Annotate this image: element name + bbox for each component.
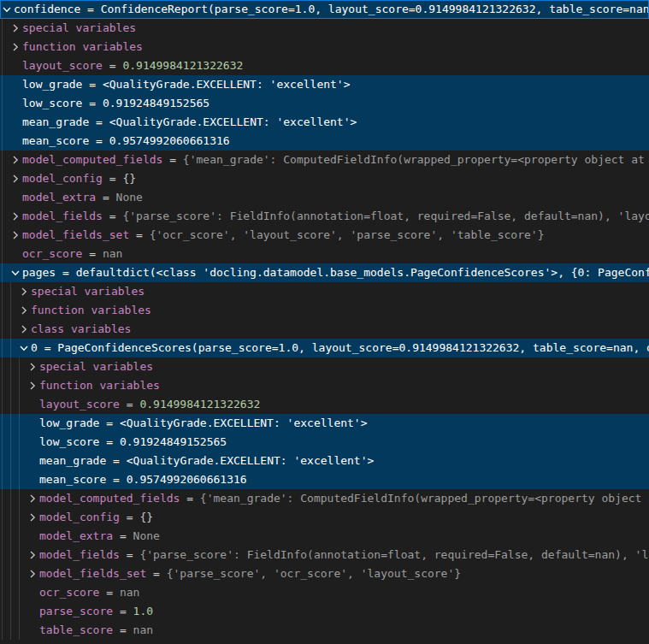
indent-guide xyxy=(19,583,20,602)
indent-guide xyxy=(10,508,11,527)
variable-row[interactable]: ocr_score = nan xyxy=(0,245,649,263)
equals-sign: = xyxy=(82,247,102,260)
chevron-right-icon[interactable] xyxy=(9,226,22,245)
variable-value: 1.0 xyxy=(133,605,153,617)
variable-value: 0.9574992060661316 xyxy=(109,134,230,147)
scope-label: function variables xyxy=(22,40,143,53)
variable-row[interactable]: model_computed_fields = {'mean_grade': C… xyxy=(0,489,649,508)
chevron-right-icon[interactable] xyxy=(9,151,22,169)
indent-guide xyxy=(2,414,3,433)
chevron-right-icon[interactable] xyxy=(9,38,22,56)
indent-guide xyxy=(19,357,20,376)
equals-sign: = xyxy=(103,172,122,185)
chevron-down-icon[interactable] xyxy=(0,0,14,19)
variable-row[interactable]: model_computed_fields = {'mean_grade': C… xyxy=(0,151,649,169)
variable-row[interactable]: low_score = 0.91924849152565 xyxy=(0,433,649,452)
variable-name: pages xyxy=(22,266,56,279)
chevron-right-icon[interactable] xyxy=(9,207,22,226)
chevron-right-icon[interactable] xyxy=(26,508,39,527)
variable-row[interactable]: layout_score = 0.9149984121322632 xyxy=(0,395,649,414)
equals-sign: = xyxy=(106,473,126,486)
indent-guide xyxy=(10,470,11,489)
indent-guide xyxy=(2,433,3,452)
variable-row[interactable]: low_score = 0.91924849152565 xyxy=(0,94,649,113)
chevron-down-icon[interactable] xyxy=(17,339,31,357)
scope-row[interactable]: special variables xyxy=(0,282,649,301)
variable-row[interactable]: model_extra = None xyxy=(0,527,649,546)
chevron-spacer xyxy=(26,470,39,489)
variable-value: {'mean_grade': ComputedFieldInfo(wrapped… xyxy=(183,153,645,166)
variable-row[interactable]: model_fields = {'parse_score': FieldInfo… xyxy=(0,207,649,226)
scope-row[interactable]: class variables xyxy=(0,320,649,339)
variable-value: <QualityGrade.EXCELLENT: 'excellent'> xyxy=(109,115,357,128)
variable-value: nan xyxy=(133,623,153,636)
chevron-right-icon[interactable] xyxy=(26,546,39,564)
indent-guide xyxy=(10,339,11,357)
indent-guide xyxy=(2,19,3,38)
variable-value: {'parse_score': FieldInfo(annotation=flo… xyxy=(122,210,649,222)
variable-row[interactable]: ocr_score = nan xyxy=(0,583,649,602)
chevron-spacer xyxy=(9,245,22,263)
scope-row[interactable]: function variables xyxy=(0,38,649,56)
variable-name: ocr_score xyxy=(39,586,99,599)
variable-row[interactable]: model_config = {} xyxy=(0,508,649,527)
chevron-spacer xyxy=(26,452,39,470)
variable-row[interactable]: mean_grade = <QualityGrade.EXCELLENT: 'e… xyxy=(0,113,649,132)
indent-guide xyxy=(10,320,11,339)
variable-row[interactable]: model_fields = {'parse_score': FieldInfo… xyxy=(0,546,649,564)
chevron-right-icon[interactable] xyxy=(26,357,39,376)
equals-sign: = xyxy=(129,228,149,241)
indent-guide xyxy=(2,188,3,207)
indent-guide xyxy=(10,527,11,546)
variable-row[interactable]: model_fields_set = {'parse_score', 'ocr_… xyxy=(0,564,649,583)
chevron-right-icon[interactable] xyxy=(17,320,31,339)
equals-sign: = xyxy=(113,529,133,542)
variable-name: layout_score xyxy=(22,59,103,72)
variable-row[interactable]: mean_score = 0.9574992060661316 xyxy=(0,470,649,489)
variable-row[interactable]: mean_grade = <QualityGrade.EXCELLENT: 'e… xyxy=(0,452,649,470)
chevron-spacer xyxy=(9,94,22,113)
indent-guide xyxy=(2,470,3,489)
variable-row[interactable]: confidence = ConfidenceReport(parse_scor… xyxy=(0,0,649,19)
indent-guide xyxy=(19,564,20,583)
indent-guide xyxy=(2,263,3,282)
chevron-right-icon[interactable] xyxy=(9,19,22,38)
variable-row[interactable]: layout_score = 0.9149984121322632 xyxy=(0,56,649,75)
variable-row[interactable]: model_extra = None xyxy=(0,188,649,207)
chevron-down-icon[interactable] xyxy=(9,263,22,282)
equals-sign: = xyxy=(146,567,166,580)
chevron-right-icon[interactable] xyxy=(26,376,39,395)
indent-guide xyxy=(2,602,3,621)
variable-row[interactable]: parse_score = 1.0 xyxy=(0,602,649,621)
debug-variables-panel: confidence = ConfidenceReport(parse_scor… xyxy=(0,0,649,644)
variable-value: <QualityGrade.EXCELLENT: 'excellent'> xyxy=(103,78,351,91)
chevron-spacer xyxy=(26,583,39,602)
chevron-right-icon[interactable] xyxy=(26,489,39,508)
scope-row[interactable]: function variables xyxy=(0,301,649,320)
variable-row[interactable]: model_fields_set = {'ocr_score', 'layout… xyxy=(0,226,649,245)
scope-label: function variables xyxy=(31,304,151,316)
variable-name: model_config xyxy=(22,172,103,185)
chevron-spacer xyxy=(9,113,22,132)
scope-row[interactable]: special variables xyxy=(0,19,649,38)
equals-sign: = xyxy=(103,59,122,72)
variable-name: model_computed_fields xyxy=(22,153,162,166)
variable-name: model_fields_set xyxy=(22,228,129,241)
chevron-right-icon[interactable] xyxy=(17,282,31,301)
variable-row[interactable]: model_config = {} xyxy=(0,169,649,188)
indent-guide xyxy=(2,395,3,414)
chevron-right-icon[interactable] xyxy=(17,301,31,320)
scope-row[interactable]: special variables xyxy=(0,357,649,376)
variable-row[interactable]: 0 = PageConfidenceScores(parse_score=1.0… xyxy=(0,339,649,357)
variable-row[interactable]: low_grade = <QualityGrade.EXCELLENT: 'ex… xyxy=(0,414,649,433)
variable-row[interactable]: table_score = nan xyxy=(0,621,649,640)
variable-row[interactable]: low_grade = <QualityGrade.EXCELLENT: 'ex… xyxy=(0,75,649,94)
variable-row[interactable]: pages = defaultdict(<class 'docling.data… xyxy=(0,263,649,282)
chevron-right-icon[interactable] xyxy=(9,169,22,188)
indent-guide xyxy=(10,452,11,470)
chevron-right-icon[interactable] xyxy=(26,564,39,583)
variable-row[interactable]: mean_score = 0.9574992060661316 xyxy=(0,132,649,151)
scope-row[interactable]: function variables xyxy=(0,376,649,395)
indent-guide xyxy=(19,527,20,546)
indent-guide xyxy=(10,395,11,414)
